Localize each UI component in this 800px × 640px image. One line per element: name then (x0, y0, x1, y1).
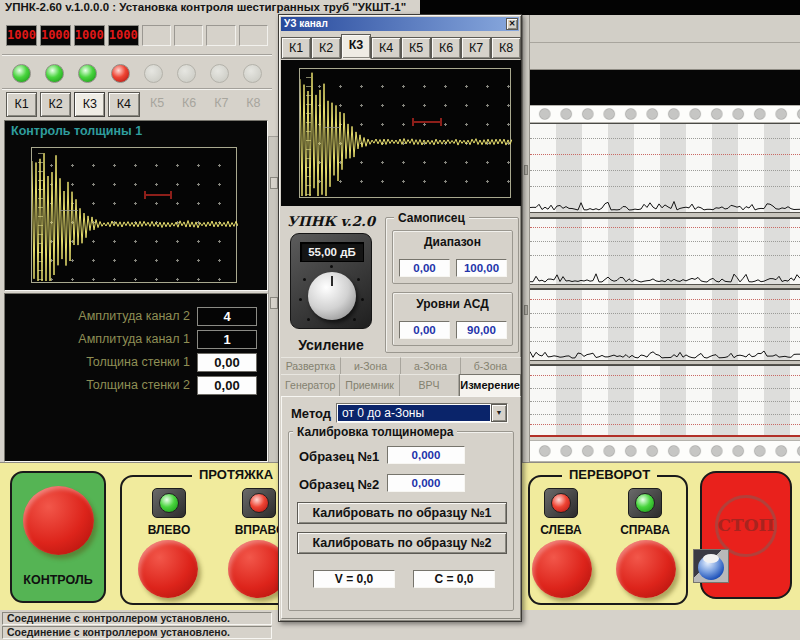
waveform (300, 69, 512, 199)
tab-k6[interactable]: К6 (431, 37, 461, 59)
channel-led-1 (12, 64, 31, 83)
c-value-field: C = 0,0 (413, 570, 495, 588)
protyazhka-title: ПРОТЯЖКА (192, 467, 280, 482)
vlevo-button[interactable] (138, 540, 198, 598)
tab-razvertka[interactable]: Развертка (281, 357, 341, 374)
tab-generator[interactable]: Генератор (281, 374, 340, 396)
gate-marker[interactable] (412, 121, 442, 123)
tab-b-zona[interactable]: б-Зона (461, 357, 521, 374)
chart-perforation-band (530, 440, 800, 462)
asd-min-field[interactable]: 0,00 (399, 321, 450, 339)
gain-block: УПНК v.2.0 55,00 дБ Усиление (283, 211, 379, 353)
calibrate-sample1-button[interactable]: Калибровать по образцу №1 (297, 502, 507, 524)
divider (2, 54, 272, 56)
channel-button-k4[interactable]: К4 (108, 92, 139, 117)
channel-button-k3[interactable]: К3 (74, 92, 105, 117)
range-max-field[interactable]: 100,00 (456, 259, 507, 277)
gate-marker[interactable] (144, 194, 172, 196)
splitter-grip[interactable] (524, 165, 528, 175)
tab-k7[interactable]: К7 (461, 37, 491, 59)
sample2-field[interactable]: 0,000 (387, 474, 465, 492)
readout-panel: Амплитуда канал 2 4 Амплитуда канал 1 1 … (4, 293, 268, 462)
scrollbar-thumb[interactable] (270, 177, 278, 189)
vertical-splitter[interactable] (522, 15, 530, 462)
right-toolbar-area (530, 15, 800, 70)
range-min-field[interactable]: 0,00 (399, 259, 450, 277)
channel-led-2 (45, 64, 64, 83)
tab-k2[interactable]: К2 (311, 37, 341, 59)
tab-k5[interactable]: К5 (401, 37, 431, 59)
dialog-titlebar[interactable]: УЗ канал ✕ (281, 17, 519, 31)
calibration-group: Калибровка толщиномера Образец №1 0,000 … (288, 431, 514, 611)
tab-vrch[interactable]: ВРЧ (400, 374, 459, 396)
counter-display (142, 25, 171, 46)
strip-chart-2 (530, 218, 800, 284)
sleva-button[interactable] (532, 540, 592, 598)
red-dotted-line (530, 154, 800, 155)
dialog-a-scan-plot (299, 68, 511, 198)
stop-plate[interactable]: СТОП (700, 471, 792, 599)
vpravo-led (249, 493, 269, 513)
tab-priemnik[interactable]: Приемник (340, 374, 399, 396)
dotted-line (530, 414, 800, 415)
dotted-line (530, 241, 800, 242)
vlevo-led (159, 493, 179, 513)
thickness-scope-panel: Контроль толщины 1 (4, 120, 268, 291)
channel-button-k1[interactable]: К1 (6, 92, 37, 117)
scrollbar-thumb[interactable] (270, 297, 278, 309)
waveform (32, 148, 238, 284)
knob-pointer (331, 276, 333, 286)
left-channel-panel: 1000 1000 1000 1000 К1 К2 К3 К4 К5 (0, 16, 280, 462)
calibrate-sample2-button[interactable]: Калибровать по образцу №2 (297, 532, 507, 554)
dotted-line (530, 313, 800, 314)
knob-tick (330, 265, 333, 268)
chevron-down-icon[interactable]: ▼ (491, 404, 507, 422)
channel-led-4 (111, 64, 130, 83)
tab-k4[interactable]: К4 (371, 37, 401, 59)
dotted-line (530, 186, 800, 187)
knob-tick (357, 278, 360, 281)
v-value-field: V = 0,0 (313, 570, 395, 588)
dotted-line (530, 341, 800, 342)
range-subgroup: Диапазон 0,00 100,00 (392, 230, 513, 284)
tab-k8[interactable]: К8 (491, 37, 521, 59)
asd-max-field[interactable]: 90,00 (456, 321, 507, 339)
range-title: Диапазон (393, 235, 512, 249)
gain-knob[interactable] (308, 272, 356, 320)
kontrol-label: КОНТРОЛЬ (12, 573, 104, 587)
dotted-line (530, 138, 800, 139)
splitter-grip[interactable] (524, 305, 528, 315)
knob-tick (299, 298, 302, 301)
kontrol-button[interactable] (23, 486, 94, 555)
method-combobox[interactable]: от 0 до а-Зоны ▼ (336, 403, 508, 423)
channel-button-k7: К7 (207, 92, 236, 117)
top-black-band (522, 0, 800, 15)
calibration-title: Калибровка толщиномера (293, 425, 457, 439)
strip-chart-4 (530, 365, 800, 437)
counter-row: 1000 1000 1000 1000 (6, 25, 268, 46)
counter-display: 1000 (108, 25, 139, 46)
dialog-channel-tabs: К1 К2 К3 К4 К5 К6 К7 К8 (281, 34, 521, 59)
tab-i-zona[interactable]: и-Зона (341, 357, 401, 374)
red-dotted-line (530, 299, 800, 300)
kontrol-plate: КОНТРОЛЬ (10, 471, 106, 603)
brand-label: УПНК v.2.0 (283, 213, 379, 229)
measurement-panel: Метод от 0 до а-Зоны ▼ Калибровка толщин… (281, 396, 521, 619)
tab-a-zona[interactable]: а-Зона (401, 357, 461, 374)
counter-display (174, 25, 203, 46)
scope-title: Контроль толщины 1 (11, 124, 142, 138)
close-icon[interactable]: ✕ (506, 18, 518, 30)
recorder-group: Самописец Диапазон 0,00 100,00 Уровни АС… (385, 217, 519, 353)
channel-button-k2[interactable]: К2 (40, 92, 71, 117)
sample1-field[interactable]: 0,000 (387, 446, 465, 464)
sprava-button[interactable] (616, 540, 676, 598)
dotted-line (530, 327, 800, 328)
tab-izmerenie[interactable]: Измерение (459, 374, 521, 396)
chart-trace (530, 271, 800, 284)
tab-k3[interactable]: К3 (341, 34, 371, 59)
vlevo-led-box (152, 488, 186, 518)
dotted-line (530, 255, 800, 256)
tab-k1[interactable]: К1 (281, 37, 311, 59)
stop-label: СТОП (702, 515, 790, 535)
dotted-line (530, 388, 800, 389)
